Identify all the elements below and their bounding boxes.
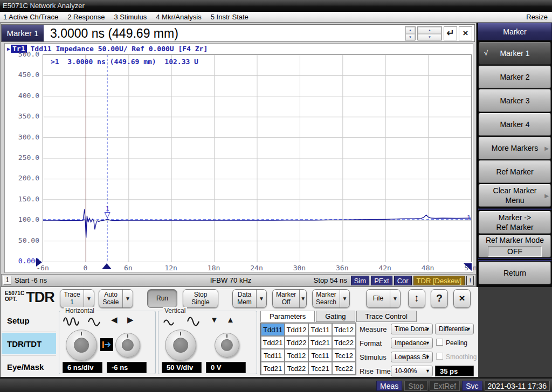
softkey-label: Marker 3	[500, 96, 529, 106]
matrix-cell-tdc22[interactable]: Tdc22	[332, 336, 356, 349]
menu-item-1[interactable]: 1 Active Ch/Trace	[3, 13, 58, 21]
measure-mode-dropdown[interactable]: Differentia ▼	[435, 324, 474, 334]
auto-scale-button[interactable]: Auto Scale▼	[99, 289, 133, 308]
softkey-more-markers[interactable]: More Markers▶	[479, 137, 551, 159]
position-down-icon[interactable]: ▼	[210, 315, 218, 324]
softkey-clear-marker-menu[interactable]: Clear Marker Menu▶	[479, 184, 551, 207]
param-tab-trace-control[interactable]: Trace Control	[356, 311, 417, 322]
horizontal-scale-knob[interactable]	[66, 330, 97, 361]
close-icon: ×	[459, 292, 465, 304]
matrix-cell-tdd21[interactable]: Tdd21	[261, 336, 285, 349]
tab-eye-mask[interactable]: Eye/Mask	[2, 356, 56, 377]
spin-down-icon[interactable]: ▼	[418, 34, 441, 41]
close-entry-button[interactable]: ×	[459, 26, 472, 40]
matrix-cell-tcd12[interactable]: Tcd12	[285, 349, 308, 362]
chevron-down-icon[interactable]: ▼	[390, 290, 400, 307]
close-button[interactable]: ×	[453, 289, 471, 308]
measure-domain-dropdown[interactable]: Time Doma ▼	[391, 324, 433, 334]
vertical-position-display: 0 V	[206, 362, 246, 373]
format-dropdown[interactable]: Impedance ▼	[391, 338, 433, 348]
softkey-label: Marker -> Ref Marker	[496, 213, 533, 232]
softkey-ref-marker[interactable]: Ref Marker	[479, 160, 551, 183]
window-title-bar[interactable]: E5071C Network Analyzer	[0, 0, 552, 12]
matrix-cell-tdc21[interactable]: Tdc21	[308, 336, 332, 349]
help-button[interactable]: ?	[431, 289, 448, 308]
softkey-marker-ref-marker[interactable]: Marker -> Ref Marker	[479, 211, 551, 234]
menu-item-4[interactable]: 4 Mkr/Analysis	[156, 13, 202, 21]
button-label: Stop Single	[183, 291, 218, 306]
horizontal-position-display: -6 ns	[107, 362, 147, 373]
chevron-down-icon: ▼	[466, 326, 471, 332]
spin-up-icon[interactable]: ▲	[405, 27, 415, 34]
softkey-label: Clear Marker Menu	[493, 186, 537, 205]
matrix-cell-tcc11[interactable]: Tcc11	[308, 349, 332, 362]
softkey-return[interactable]: Return	[479, 262, 551, 284]
matrix-cell-tcc22[interactable]: Tcc22	[332, 362, 356, 375]
status-badge--: !	[466, 276, 474, 285]
softkey-marker-1[interactable]: √Marker 1	[479, 42, 551, 65]
chevron-down-icon[interactable]: ▼	[256, 290, 266, 307]
rise-time-dropdown[interactable]: 10-90% ▼	[391, 366, 433, 376]
menu-item-2[interactable]: 2 Response	[67, 13, 105, 21]
status-badge-sim: Sim	[351, 276, 369, 285]
matrix-cell-tcd11[interactable]: Tcd11	[261, 349, 285, 362]
matrix-cell-tdd22[interactable]: Tdd22	[285, 336, 308, 349]
matrix-cell-tcd22[interactable]: Tcd22	[285, 362, 308, 375]
updown-arrows-button[interactable]: ↕	[408, 289, 425, 308]
menu-resize[interactable]: Resize	[526, 13, 548, 21]
spin-down-icon[interactable]: ▼	[405, 34, 415, 41]
marker-entry-value[interactable]: 3.0000 ns (449.69 mm)	[50, 25, 178, 41]
position-left-icon[interactable]: ◀	[111, 315, 118, 325]
enter-button[interactable]: ↵	[444, 26, 457, 40]
tdr-trace-plot[interactable]: 11 >1 3.0000 ns (449.69 mm) 102.33 U	[43, 54, 472, 262]
marker-stimulus-arrow-icon[interactable]	[102, 263, 112, 269]
menu-item-3[interactable]: 3 Stimulus	[114, 13, 147, 21]
position-up-icon[interactable]: ▲	[226, 315, 234, 324]
coarse-spinner[interactable]: ▲ ▼	[417, 26, 442, 40]
stimulus-dropdown[interactable]: Lowpass St ▼	[391, 352, 433, 362]
param-tab-parameters[interactable]: Parameters	[260, 311, 315, 322]
matrix-cell-tcc12[interactable]: Tcc12	[332, 349, 356, 362]
chevron-down-icon[interactable]: ▼	[122, 290, 133, 307]
run-button[interactable]: Run	[147, 289, 177, 308]
softkey-ref-marker-mode[interactable]: Ref Marker ModeOFF	[479, 235, 551, 257]
chevron-down-icon[interactable]: ▼	[299, 290, 306, 307]
param-tab-gating[interactable]: Gating	[316, 311, 355, 322]
position-right-icon[interactable]: ▶	[127, 315, 134, 325]
panel-filler	[479, 287, 552, 377]
tab-tdr-tdt[interactable]: TDR/TDT	[2, 333, 56, 354]
vertical-position-knob[interactable]	[215, 333, 239, 358]
matrix-cell-tcc21[interactable]: Tcc21	[308, 362, 332, 375]
softkey-marker-2[interactable]: Marker 2	[479, 66, 551, 88]
status-badge-cor: Cor	[394, 276, 412, 285]
fine-spinner[interactable]: ▲ ▼	[405, 26, 416, 40]
parameter-tabs: ParametersGatingTrace Control	[260, 311, 418, 322]
vertical-scale-knob[interactable]	[165, 330, 196, 361]
smoothing-checkbox[interactable]	[436, 353, 443, 360]
stimulus-value: Lowpass St	[395, 353, 428, 361]
softkey-label: Return	[503, 268, 526, 278]
softkey-marker-4[interactable]: Marker 4	[479, 113, 551, 136]
marker-search-button[interactable]: Marker Search▼	[312, 289, 350, 308]
matrix-cell-tdd11[interactable]: Tdd11	[261, 323, 285, 336]
softkey-marker-3[interactable]: Marker 3	[479, 89, 551, 112]
vertical-scale-large-sine-icon	[187, 316, 201, 327]
trace-1-button[interactable]: Trace 1▼	[60, 289, 94, 308]
x-tick-label: 48n	[416, 264, 440, 272]
stop-single-button[interactable]: Stop Single	[183, 289, 218, 308]
marker-off-button[interactable]: Marker Off▼	[272, 289, 307, 308]
peeling-checkbox[interactable]	[436, 339, 443, 346]
chevron-down-icon[interactable]: ▼	[84, 290, 94, 307]
file-button[interactable]: File▼	[366, 289, 401, 308]
matrix-cell-tcd21[interactable]: Tcd21	[261, 362, 285, 375]
matrix-cell-tdd12[interactable]: Tdd12	[285, 323, 308, 336]
system-badge-extref: ExtRef	[430, 381, 460, 391]
spin-up-icon[interactable]: ▲	[418, 27, 441, 34]
menu-item-5[interactable]: 5 Instr State	[211, 13, 249, 21]
matrix-cell-tdc11[interactable]: Tdc11	[308, 323, 332, 336]
matrix-cell-tdc12[interactable]: Tdc12	[332, 323, 356, 336]
tab-setup[interactable]: Setup	[2, 310, 56, 331]
data-mem-button[interactable]: Data Mem▼	[232, 289, 267, 308]
horizontal-position-knob[interactable]	[115, 333, 140, 358]
chevron-down-icon[interactable]: ▼	[340, 290, 349, 307]
